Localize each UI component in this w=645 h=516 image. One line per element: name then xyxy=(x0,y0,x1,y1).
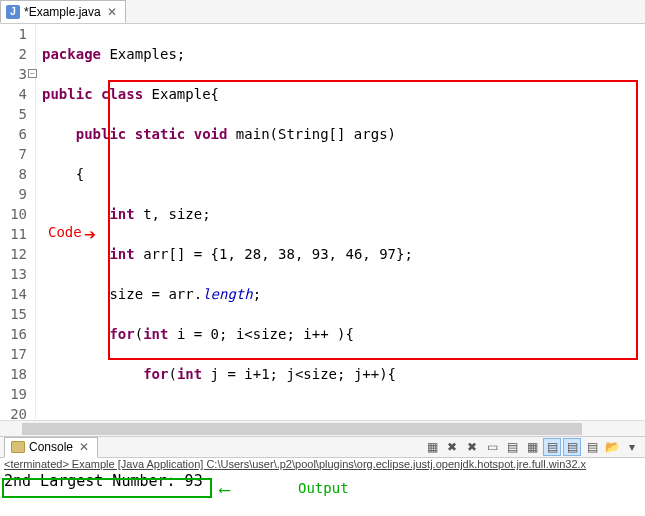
code-annotation-label: Code xyxy=(48,224,82,240)
console-tool-removeall-icon[interactable]: ✖ xyxy=(463,438,481,456)
output-annotation-label: Output xyxy=(298,480,349,496)
console-tab[interactable]: Console ✕ xyxy=(4,437,98,458)
console-tool-clear-icon[interactable]: ▭ xyxy=(483,438,501,456)
console-tool-showerr-icon[interactable]: ▤ xyxy=(583,438,601,456)
console-tool-remove-icon[interactable]: ✖ xyxy=(443,438,461,456)
console-process-path: <terminated> Example [Java Application] … xyxy=(4,458,641,470)
console-tool-menu-icon[interactable]: ▾ xyxy=(623,438,641,456)
console-tool-open-icon[interactable]: 📂 xyxy=(603,438,621,456)
console-title: Console xyxy=(29,440,73,454)
arrow-left-icon: ⟵ xyxy=(220,480,230,499)
horizontal-scrollbar[interactable] xyxy=(0,420,645,436)
editor-tab-example[interactable]: J *Example.java ✕ xyxy=(0,0,126,23)
console-tool-display-icon[interactable]: ▤ xyxy=(543,438,561,456)
console-tab-bar: Console ✕ ▦ ✖ ✖ ▭ ▤ ▦ ▤ ▤ ▤ 📂 ▾ xyxy=(0,436,645,458)
arrow-right-icon: ➔ xyxy=(84,222,96,246)
scrollbar-thumb[interactable] xyxy=(22,423,582,435)
code-content[interactable]: package Examples; public class Example{ … xyxy=(36,24,645,420)
console-tool-scroll-icon[interactable]: ▤ xyxy=(503,438,521,456)
tab-title: *Example.java xyxy=(24,5,101,19)
close-icon[interactable]: ✕ xyxy=(105,5,119,19)
console-tool-grid-icon[interactable]: ▦ xyxy=(423,438,441,456)
line-gutter: 1 2 3 4 5 6 7 8 9 10 11 12 13 14 15 16 1… xyxy=(0,24,36,420)
code-editor[interactable]: 1 2 3 4 5 6 7 8 9 10 11 12 13 14 15 16 1… xyxy=(0,24,645,420)
close-icon[interactable]: ✕ xyxy=(77,440,91,454)
console-toolbar: ▦ ✖ ✖ ▭ ▤ ▦ ▤ ▤ ▤ 📂 ▾ xyxy=(423,438,641,456)
java-file-icon: J xyxy=(6,5,20,19)
console-tool-pin-icon[interactable]: ▦ xyxy=(523,438,541,456)
console-tool-showout-icon[interactable]: ▤ xyxy=(563,438,581,456)
editor-tab-bar: J *Example.java ✕ xyxy=(0,0,645,24)
console-icon xyxy=(11,441,25,453)
